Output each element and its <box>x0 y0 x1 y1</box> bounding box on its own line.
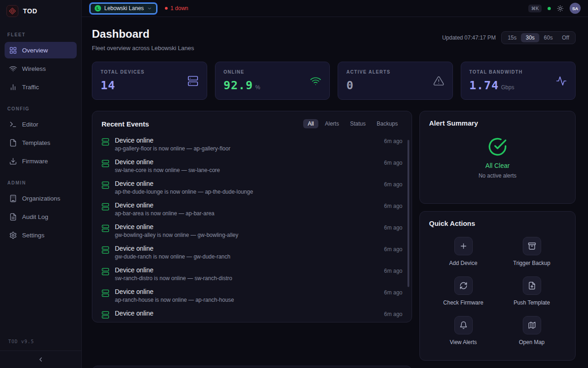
sidebar-item-organizations[interactable]: Organizations <box>5 190 77 207</box>
interval-15s[interactable]: 15s <box>503 33 521 42</box>
event-row[interactable]: Device online ap-ranch-house is now onli… <box>102 285 402 306</box>
refresh-interval-control: 15s 30s 60s Off <box>501 31 576 44</box>
event-row[interactable]: Device online gw-bowling-alley is now on… <box>102 220 402 242</box>
event-title: Device online <box>115 266 379 274</box>
stat-label: TOTAL BANDWIDTH <box>469 69 523 75</box>
server-icon <box>102 289 109 303</box>
server-icon <box>102 268 109 282</box>
sidebar-item-firmware[interactable]: Firmware <box>5 153 77 169</box>
stat-online: ONLINE 92.9% <box>215 62 330 100</box>
event-title: Device online <box>115 201 379 209</box>
devices-down-badge[interactable]: 1 down <box>165 5 188 12</box>
stat-cards: TOTAL DEVICES 14 ONLINE 92.9% ACTIVE ALE… <box>92 62 576 100</box>
add-device-button[interactable]: Add Device <box>429 237 498 266</box>
filter-all[interactable]: All <box>303 119 318 128</box>
stat-value: 92.9 <box>224 79 253 92</box>
quick-actions-panel: Quick Actions Add Device Trigger Backup <box>419 211 576 361</box>
event-time: 6m ago <box>384 160 402 173</box>
sidebar-item-templates[interactable]: Templates <box>5 134 77 151</box>
quick-actions-grid: Add Device Trigger Backup Check Firmware <box>420 231 575 345</box>
server-icon <box>102 203 109 217</box>
sidebar-item-editor[interactable]: Editor <box>5 116 77 132</box>
org-selector[interactable]: L Lebowski Lanes <box>90 3 157 14</box>
wifi-icon <box>310 75 321 86</box>
event-row[interactable]: Device online 6m ago <box>102 306 402 322</box>
action-label: Trigger Backup <box>513 260 550 266</box>
action-label: Open Map <box>519 339 544 345</box>
event-row[interactable]: Device online sw-lane-core is now online… <box>102 155 402 177</box>
terminal-icon <box>9 121 17 128</box>
stat-label: ONLINE <box>224 69 260 75</box>
action-label: Push Template <box>514 299 550 306</box>
sidebar-item-label: Templates <box>22 139 51 146</box>
event-row[interactable]: Device online sw-ranch-distro is now onl… <box>102 263 402 285</box>
event-detail: ap-ranch-house is now online — ap-ranch-… <box>115 297 379 303</box>
event-row[interactable]: Device online ap-the-dude-lounge is now … <box>102 177 402 198</box>
app-header: TOD <box>0 0 81 22</box>
interval-60s[interactable]: 60s <box>539 33 557 42</box>
event-detail: sw-lane-core is now online — sw-lane-cor… <box>115 167 379 173</box>
page-subtitle: Fleet overview across Lebowski Lanes <box>92 45 194 52</box>
stat-total-bandwidth: TOTAL BANDWIDTH 1.74Gbps <box>461 62 576 100</box>
push-template-button[interactable]: Push Template <box>498 276 566 306</box>
right-column: Alert Summary All Clear No active alerts… <box>419 111 576 368</box>
alert-summary-panel: Alert Summary All Clear No active alerts <box>419 111 576 204</box>
sidebar-item-label: Overview <box>22 47 48 54</box>
gear-icon <box>9 231 17 239</box>
filter-alerts[interactable]: Alerts <box>320 119 344 128</box>
event-time: 6m ago <box>384 246 402 260</box>
trigger-backup-button[interactable]: Trigger Backup <box>498 237 566 266</box>
sidebar-footer: TOD v9.5 <box>0 339 81 368</box>
sidebar-item-traffic[interactable]: Traffic <box>5 79 77 95</box>
view-alerts-button[interactable]: View Alerts <box>429 316 498 345</box>
sun-icon <box>557 5 564 12</box>
server-icon <box>102 181 109 195</box>
event-detail: ap-the-dude-lounge is now online — ap-th… <box>115 189 379 195</box>
event-time: 6m ago <box>384 203 402 217</box>
sidebar-item-wireless[interactable]: Wireless <box>5 60 77 77</box>
down-count: 1 down <box>170 5 188 12</box>
filter-status[interactable]: Status <box>345 119 370 128</box>
command-palette-shortcut[interactable]: ⌘K <box>528 5 542 12</box>
section-label-config: CONFIG <box>7 106 74 111</box>
page-header-left: Dashboard Fleet overview across Lebowski… <box>92 28 194 52</box>
page-title: Dashboard <box>92 28 194 40</box>
action-label: Check Firmware <box>443 299 483 306</box>
event-row[interactable]: Device online ap-bar-area is now online … <box>102 198 402 220</box>
filter-backups[interactable]: Backups <box>372 119 402 128</box>
sidebar-item-overview[interactable]: Overview <box>5 42 77 58</box>
theme-toggle-button[interactable] <box>557 5 564 12</box>
event-time: 6m ago <box>384 268 402 282</box>
action-label: Add Device <box>449 260 477 266</box>
sidebar-item-label: Settings <box>22 232 45 239</box>
interval-off[interactable]: Off <box>557 33 574 42</box>
stat-total-devices: TOTAL DEVICES 14 <box>92 62 207 100</box>
event-title: Device online <box>115 180 379 187</box>
server-icon <box>187 75 198 86</box>
stat-unit: Gbps <box>501 84 514 91</box>
file-up-icon <box>523 276 541 295</box>
download-icon <box>9 157 17 165</box>
interval-30s[interactable]: 30s <box>521 33 539 42</box>
event-row[interactable]: Device online ap-gallery-floor is now on… <box>102 133 402 155</box>
panel-title: Recent Events <box>102 120 149 128</box>
stat-value: 1.74 <box>469 79 499 92</box>
app-logo-icon <box>6 5 18 17</box>
server-icon <box>102 138 109 152</box>
app-version: TOD v9.5 <box>0 339 81 351</box>
sidebar-collapse-button[interactable] <box>0 351 81 368</box>
check-firmware-button[interactable]: Check Firmware <box>429 276 498 306</box>
event-row[interactable]: Device online gw-dude-ranch is now onlin… <box>102 242 402 263</box>
plus-icon <box>454 237 473 255</box>
sidebar-item-audit-log[interactable]: Audit Log <box>5 208 77 225</box>
event-filters: All Alerts Status Backups <box>303 119 402 128</box>
chevron-down-icon <box>147 6 152 11</box>
open-map-button[interactable]: Open Map <box>498 316 566 345</box>
events-scrollbar[interactable] <box>407 140 409 287</box>
event-detail: ap-gallery-floor is now online — ap-gall… <box>115 145 379 152</box>
stat-label: TOTAL DEVICES <box>101 69 145 75</box>
topbar-right: ⌘K SA <box>528 3 581 14</box>
user-avatar[interactable]: SA <box>570 3 581 14</box>
action-label: View Alerts <box>450 339 477 345</box>
sidebar-item-settings[interactable]: Settings <box>5 227 77 243</box>
